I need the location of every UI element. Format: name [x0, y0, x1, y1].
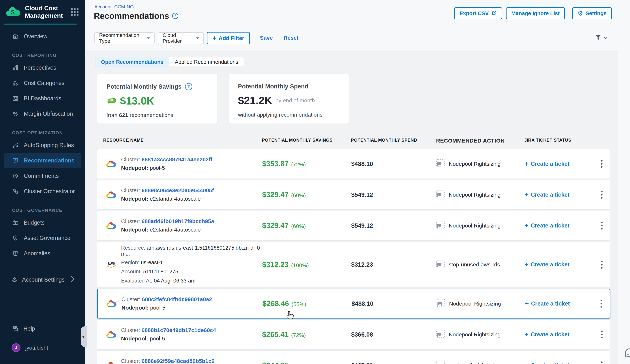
savings-percent: (60%) — [291, 192, 306, 198]
sidebar-item-cost-categories[interactable]: Cost Categories — [0, 75, 85, 91]
resource-link[interactable]: 688c2fefc84fbdc99801a0a2 — [142, 296, 212, 302]
row-menu-kebab-icon[interactable] — [599, 259, 604, 270]
sidebar-item-margin-obfuscation[interactable]: %Margin Obfuscation — [0, 106, 85, 122]
table-row[interactable]: Cluster: 68898c064e3e2ba0e544005fNodepoo… — [97, 180, 610, 210]
table-row[interactable]: Cluster: 6881a3ccc887941a4ee202ffNodepoo… — [97, 149, 610, 179]
spend-note: without applying recommendations — [238, 112, 349, 118]
potential-spend-value: $312.23 — [351, 261, 373, 268]
savings-percent: (72%) — [291, 332, 306, 338]
create-ticket-link[interactable]: +Create a ticket — [524, 160, 593, 168]
svg-text:$: $ — [11, 9, 14, 15]
resource-line: Nodepool: pool-5 — [121, 165, 212, 172]
resource-value: e2standar4autoscale — [150, 196, 201, 202]
spend-amount: $21.2K — [238, 94, 272, 107]
row-menu-kebab-icon[interactable] — [599, 298, 604, 309]
support-chat-icon[interactable] — [623, 347, 630, 360]
table-row[interactable]: Cluster: 6886e92f59a48cad86b5b1c6 $244.0… — [97, 351, 610, 364]
resource-line: Cluster: 68898c064e3e2ba0e544005f — [121, 187, 214, 194]
info-icon[interactable]: i — [172, 13, 178, 19]
sidebar-item-label: AutoStopping Rules — [24, 142, 74, 149]
reset-filter-link[interactable]: Reset — [284, 35, 298, 41]
scrollbar-gutter[interactable] — [618, 0, 630, 364]
sidebar: $ Cloud Cost Management OverviewCOST REP… — [0, 0, 85, 364]
gcp-logo-icon — [105, 221, 117, 230]
plus-icon: + — [524, 331, 528, 339]
resource-link[interactable]: 688add6fb019b17f9bccb95a — [142, 218, 214, 224]
sidebar-item-commitments[interactable]: Commitments — [0, 168, 85, 184]
table-header: RESOURCE NAME POTENTIAL MONTHLY SAVINGS … — [97, 138, 610, 144]
create-ticket-link[interactable]: +Create a ticket — [524, 222, 593, 229]
app-switcher-grid-icon[interactable] — [71, 8, 78, 16]
export-csv-button[interactable]: Export CSV — [454, 7, 502, 19]
sidebar-section-cost-reporting: COST REPORTING — [0, 44, 85, 60]
save-filter-link[interactable]: Save — [260, 35, 273, 41]
create-ticket-link[interactable]: +Create a ticket — [524, 261, 593, 269]
potential-spend-value: $549.12 — [351, 222, 373, 229]
resource-link[interactable]: 6886e92f59a48cad86b5b1c6 — [142, 358, 214, 364]
add-filter-button[interactable]: + Add Filter — [207, 32, 250, 44]
resource-link[interactable]: 68898c064e3e2ba0e544005f — [142, 187, 214, 193]
create-ticket-link[interactable]: +Create a ticket — [525, 300, 593, 308]
sidebar-item-budgets[interactable]: Budgets — [0, 215, 85, 230]
sidebar-item-label: Anomalies — [24, 250, 50, 257]
table-row[interactable]: aws Resource: arn:aws:rds:us-east-1:5116… — [97, 242, 610, 288]
sidebar-collapse-handle[interactable] — [81, 326, 87, 347]
tab-applied-recommendations[interactable]: Applied Recommendations — [169, 57, 244, 66]
potential-spend-value: $549.12 — [351, 191, 373, 198]
create-ticket-link[interactable]: +Create a ticket — [524, 331, 593, 339]
sidebar-item-bi-dashboards[interactable]: BI Dashboards — [0, 91, 85, 106]
chevron-right-icon — [70, 276, 75, 284]
resource-line: Cluster: 6881a3ccc887941a4ee202ff — [121, 157, 212, 163]
table-row[interactable]: Cluster: 688add6fb019b17f9bccb95aNodepoo… — [97, 211, 610, 240]
resource-link[interactable]: 6888b1c70e49db17c1de60c4 — [142, 327, 216, 333]
plus-icon: + — [212, 34, 216, 42]
svg-text:%: % — [13, 111, 18, 117]
sidebar-item-help[interactable]: ? Help — [0, 321, 85, 336]
sidebar-user[interactable]: J jyoti.bisht — [0, 340, 85, 356]
row-menu-kebab-icon[interactable] — [599, 360, 604, 364]
sidebar-item-cluster-orchestrator[interactable]: Cluster Orchestrator — [0, 184, 85, 199]
potential-savings-value: $312.23 — [262, 261, 289, 269]
question-icon[interactable]: ? — [185, 83, 192, 90]
recommended-action-label: Nodepool Rightsizing — [449, 362, 501, 364]
settings-button[interactable]: ⚙ Settings — [572, 7, 612, 19]
sidebar-item-autostopping-rules[interactable]: AutoStopping Rules — [0, 138, 85, 153]
breadcrumb-account-link[interactable]: Account: CCM-NG — [94, 4, 134, 10]
resource-link[interactable]: 6881a3ccc887941a4ee202ff — [142, 157, 212, 163]
recommended-action-label: stop-unused-aws-rds — [449, 261, 500, 268]
resource-value: pool-5 — [150, 165, 165, 171]
aws-logo-icon: aws — [105, 260, 117, 269]
sidebar-item-label: Cluster Orchestrator — [24, 188, 75, 195]
sidebar-item-recommendations[interactable]: Recommendations — [4, 153, 81, 168]
cloud-provider-select[interactable]: Cloud Provider — [158, 32, 204, 44]
row-menu-kebab-icon[interactable] — [599, 158, 604, 170]
recommendation-type-select[interactable]: Recommendation Type — [94, 32, 154, 44]
page-title: Recommendations — [94, 11, 169, 21]
sidebar-item-label: Recommendations — [24, 157, 74, 164]
tabs: Open Recommendations Applied Recommendat… — [95, 57, 244, 67]
sidebar-item-anomalies[interactable]: !Anomalies — [0, 246, 85, 261]
sidebar-item-account-settings[interactable]: ⚙ Account Settings — [0, 272, 85, 287]
savings-card-title: Potential Monthly Savings — [106, 83, 182, 90]
row-menu-kebab-icon[interactable] — [599, 329, 604, 340]
filter-drawer-toggle[interactable] — [594, 34, 608, 42]
create-ticket-link[interactable]: +Create a ticket — [524, 191, 593, 199]
table-row-selected[interactable]: Cluster: 688c2fefc84fbdc99801a0a2Nodepoo… — [97, 289, 610, 319]
tab-open-recommendations[interactable]: Open Recommendations — [96, 57, 169, 66]
row-menu-kebab-icon[interactable] — [599, 189, 604, 200]
sidebar-item-asset-governance[interactable]: $Asset Governance — [0, 230, 85, 246]
savings-percent: (72%) — [291, 161, 306, 167]
recommended-action-icon — [436, 361, 445, 364]
chevron-down-icon — [147, 37, 150, 39]
create-ticket-link[interactable]: +Create a ticket — [524, 362, 593, 364]
sidebar-item-overview[interactable]: Overview — [0, 29, 85, 44]
manage-ignore-list-button[interactable]: Manage Ignore List — [506, 7, 565, 19]
external-link-icon — [491, 10, 497, 17]
potential-savings-value: $265.41 — [262, 330, 289, 339]
table-row[interactable]: Cluster: 6888b1c70e49db17c1de60c4Nodepoo… — [97, 320, 610, 349]
recommendation-count: 621 — [119, 112, 128, 118]
potential-savings-value: $329.47 — [262, 221, 289, 229]
row-menu-kebab-icon[interactable] — [599, 220, 604, 231]
plus-icon: + — [524, 222, 528, 229]
sidebar-item-perspectives[interactable]: Perspectives — [0, 60, 85, 75]
